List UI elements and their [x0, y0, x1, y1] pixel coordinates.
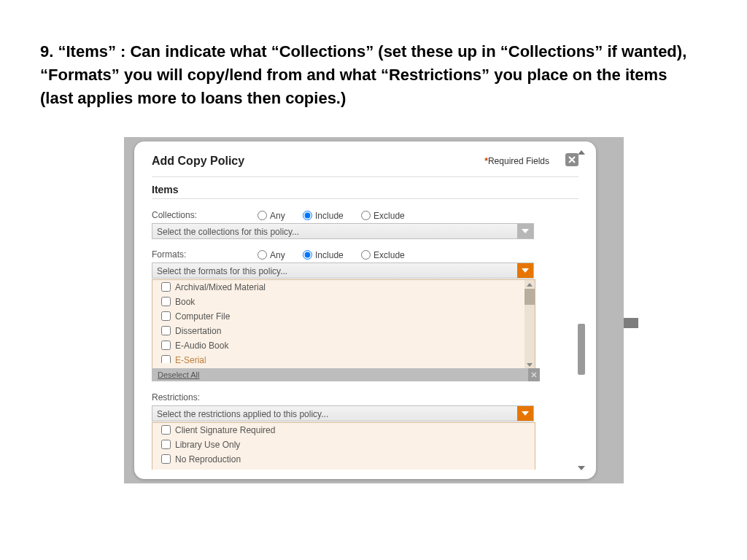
- collections-radio-any[interactable]: Any: [254, 211, 285, 221]
- formats-listbox: Archival/Mixed MaterialBookComputer File…: [152, 279, 535, 370]
- formats-radio-group: Any Include Exclude: [254, 248, 417, 260]
- instruction-caption: 9. “Items” : Can indicate what “Collecti…: [40, 40, 704, 110]
- restriction-option[interactable]: Library Use Only: [152, 438, 535, 452]
- collections-radio-exclude[interactable]: Exclude: [357, 211, 405, 221]
- close-icon[interactable]: [528, 368, 540, 381]
- restrictions-select[interactable]: Select the restrictions applied to this …: [152, 405, 534, 421]
- formats-select[interactable]: Select the formats for this policy...: [152, 262, 534, 279]
- section-title-items: Items: [152, 184, 179, 195]
- collections-radio-include[interactable]: Include: [299, 211, 344, 221]
- collections-label: Collections:: [152, 210, 197, 220]
- scroll-thumb[interactable]: [578, 324, 585, 375]
- scroll-down-icon[interactable]: [578, 466, 585, 470]
- format-option[interactable]: Archival/Mixed Material: [152, 280, 535, 295]
- deselect-all-bar[interactable]: Deselect All: [152, 368, 540, 381]
- collections-select[interactable]: Select the collections for this policy..…: [152, 223, 534, 239]
- restrictions-label: Restrictions:: [152, 392, 200, 402]
- formats-radio-any[interactable]: Any: [254, 250, 285, 260]
- collections-radio-group: Any Include Exclude: [254, 209, 417, 221]
- scroll-up-icon[interactable]: [578, 150, 585, 155]
- restriction-option[interactable]: Client Signature Required: [152, 423, 535, 438]
- scroll-thumb[interactable]: [525, 289, 535, 305]
- chevron-down-icon: [517, 263, 533, 278]
- format-option[interactable]: Dissertation: [152, 324, 535, 338]
- restriction-option[interactable]: No Reproduction: [152, 452, 535, 467]
- formats-radio-exclude[interactable]: Exclude: [357, 250, 405, 260]
- restrictions-listbox: Client Signature RequiredLibrary Use Onl…: [152, 422, 535, 470]
- dialog-title: Add Copy Policy: [152, 155, 244, 168]
- chevron-down-icon: [517, 406, 533, 421]
- chevron-down-icon: [517, 224, 533, 238]
- formats-radio-include[interactable]: Include: [299, 250, 344, 260]
- dialog-scrollbar[interactable]: [577, 150, 586, 470]
- formats-label: Formats:: [152, 249, 186, 260]
- screenshot-stage: Add Copy Policy *Required Fields Items C…: [124, 137, 624, 483]
- format-option[interactable]: E-Serial: [152, 353, 535, 363]
- format-option[interactable]: Book: [152, 295, 535, 309]
- scroll-up-icon[interactable]: [525, 280, 535, 289]
- format-option[interactable]: E-Audio Book: [152, 338, 535, 353]
- format-option[interactable]: Computer File: [152, 309, 535, 324]
- required-fields-label: *Required Fields: [484, 156, 549, 166]
- add-copy-policy-dialog: Add Copy Policy *Required Fields Items C…: [134, 141, 596, 479]
